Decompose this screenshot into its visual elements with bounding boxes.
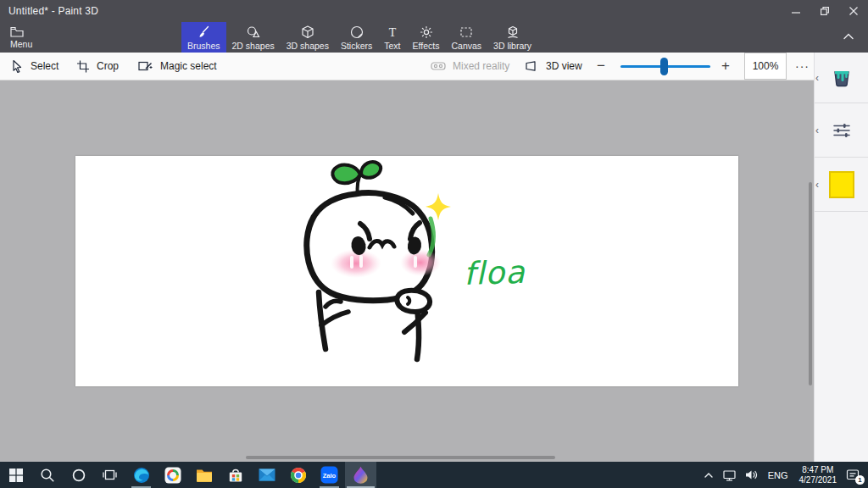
volume-button[interactable] [741,462,762,488]
action-center-button[interactable]: 1 [842,462,868,488]
adjustments-panel-button[interactable]: ‹ [815,103,868,158]
cortana-icon [72,469,86,482]
canvas-icon [459,25,474,40]
window-title: Untitled* - Paint 3D [8,5,98,17]
2d-shapes-icon [246,25,261,40]
brushes-panel-button[interactable]: ‹ [815,53,868,103]
more-options-button[interactable]: ··· [795,53,810,80]
taskbar-app-browser[interactable] [157,462,188,488]
handwriting-text: floa [463,254,526,293]
canvas-drawing: floa [75,156,738,386]
taskbar-app-edge[interactable] [125,462,157,488]
effects-icon [419,25,434,40]
tray-chevron-button[interactable] [699,462,718,488]
system-tray: ENG 8:47 PM4/27/2021 1 [699,462,868,488]
current-color-swatch[interactable] [829,171,854,198]
taskbar-app-store[interactable] [220,462,251,488]
tab-3d-shapes[interactable]: 3D shapes [281,22,335,53]
zoom-slider-handle[interactable] [660,58,668,75]
zoom-out-button[interactable]: − [597,53,605,80]
minimize-button[interactable] [782,0,810,22]
crop-label: Crop [97,60,119,72]
zoom-level-button[interactable]: 100% [744,53,787,80]
tab-label: Canvas [451,41,481,51]
menu-folder-icon [10,26,24,37]
vertical-scrollbar[interactable] [809,182,812,385]
select-button[interactable]: Select [10,53,58,80]
sparkle-icon [426,193,451,220]
search-icon [40,468,54,482]
tab-3d-library[interactable]: 3D library [487,22,537,53]
network-status-button[interactable] [718,462,741,488]
stickers-icon [349,25,364,40]
taskbar-app-chrome[interactable] [282,462,314,488]
taskbar-app-paint-3d[interactable] [345,462,376,488]
notification-badge: 1 [855,475,865,485]
menu-label: Menu [10,39,32,49]
task-view-button[interactable] [94,462,125,488]
drawing-canvas[interactable]: floa [75,156,738,386]
browser-icon [164,467,181,484]
tab-canvas[interactable]: Canvas [445,22,487,53]
collapse-ribbon-button[interactable] [842,30,855,46]
restore-button[interactable] [810,0,839,22]
tab-label: Brushes [187,41,220,51]
taskbar-app-zalo[interactable]: Zalo [314,462,345,488]
cortana-button[interactable] [63,462,94,488]
3d-view-button[interactable]: 3D view [525,53,582,80]
paint-bucket-icon [831,67,853,89]
tab-text[interactable]: T Text [378,22,406,53]
horizontal-scrollbar[interactable] [246,456,555,459]
language-indicator[interactable]: ENG [762,462,794,488]
tab-label: Stickers [341,41,372,51]
store-icon [227,467,244,484]
chrome-icon [290,467,307,484]
close-icon [849,7,858,15]
ribbon: Menu Brushes 2D shapes 3D shapes Sticker… [0,22,868,53]
zoom-out-label: − [597,58,605,75]
tab-label: 3D shapes [287,41,329,51]
taskbar-app-mail[interactable] [251,462,282,488]
chevron-left-icon[interactable]: ‹ [815,125,819,136]
tab-2d-shapes[interactable]: 2D shapes [226,22,281,53]
zalo-icon: Zalo [320,466,338,484]
speaker-icon [745,469,758,480]
task-view-icon [103,469,117,481]
tool-options-bar: Select Crop Magic select Mixed reality 3… [0,53,814,80]
chevron-left-icon[interactable]: ‹ [815,73,819,83]
mixed-reality-button[interactable]: Mixed reality [431,53,509,80]
color-panel-button[interactable]: ‹ [815,158,868,212]
3d-shapes-icon [300,25,315,40]
zoom-in-button[interactable]: + [721,53,730,80]
tab-brushes[interactable]: Brushes [181,22,226,53]
tab-label: Effects [413,41,440,51]
chevron-up-icon [842,30,855,42]
zoom-level-value: 100% [753,60,779,72]
taskbar: Zalo ENG 8:47 PM4/27/2021 1 [0,462,868,488]
paint-3d-icon [353,466,369,484]
tab-effects[interactable]: Effects [407,22,446,53]
magic-select-button[interactable]: Magic select [138,53,217,80]
text-icon: T [385,25,400,40]
crop-button[interactable]: Crop [76,53,119,80]
ribbon-actions: Paste Undo History Redo [665,22,868,53]
title-bar: Untitled* - Paint 3D [0,0,868,22]
edge-icon [133,467,150,484]
svg-text:Zalo: Zalo [323,472,337,480]
paint3d-window: Untitled* - Paint 3D Menu Brushes [0,0,868,488]
language-label: ENG [768,470,788,480]
more-options-glyph: ··· [795,59,810,73]
close-button[interactable] [839,0,868,22]
start-button[interactable] [0,462,31,488]
search-button[interactable] [31,462,63,488]
taskbar-app-file-explorer[interactable] [188,462,220,488]
select-cursor-icon [10,59,24,73]
chevron-left-icon[interactable]: ‹ [815,180,819,190]
tab-label: 3D library [493,41,531,51]
magic-select-label: Magic select [160,60,217,72]
ribbon-tabs: Brushes 2D shapes 3D shapes Stickers T T… [181,22,537,53]
clock[interactable]: 8:47 PM4/27/2021 [794,462,843,488]
menu-button[interactable]: Menu [5,22,44,53]
magic-select-icon [138,59,153,73]
tab-stickers[interactable]: Stickers [335,22,378,53]
